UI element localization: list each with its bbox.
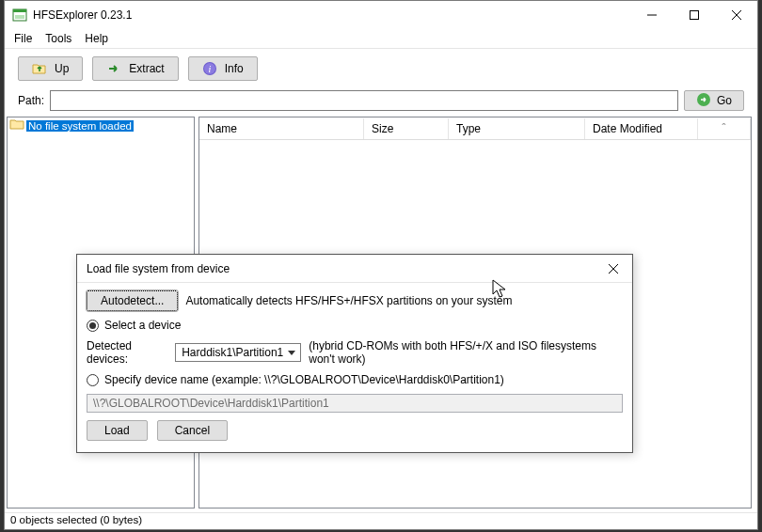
close-button[interactable] bbox=[715, 1, 757, 29]
detected-devices-note: (hybrid CD-ROMs with both HFS/+/X and IS… bbox=[309, 339, 623, 366]
app-icon bbox=[12, 8, 27, 23]
specify-device-label: Specify device name (example: \\?\GLOBAL… bbox=[104, 373, 504, 386]
statusbar: 0 objects selected (0 bytes) bbox=[5, 512, 757, 529]
go-label: Go bbox=[717, 94, 732, 107]
extract-icon bbox=[106, 61, 121, 76]
detected-devices-value: Harddisk1\Partition1 bbox=[182, 346, 283, 359]
svg-rect-4 bbox=[690, 11, 698, 20]
autodetect-help: Automatically detects HFS/HFS+/HFSX part… bbox=[185, 294, 512, 307]
maximize-button[interactable] bbox=[673, 1, 715, 29]
detected-devices-select[interactable]: Harddisk1\Partition1 bbox=[175, 343, 301, 362]
info-label: Info bbox=[225, 62, 244, 75]
tree-root-label: No file system loaded bbox=[26, 120, 134, 132]
window-title: HFSExplorer 0.23.1 bbox=[33, 8, 132, 22]
load-button[interactable]: Load bbox=[87, 420, 148, 441]
load-label: Load bbox=[104, 424, 130, 437]
cancel-label: Cancel bbox=[175, 424, 210, 437]
cancel-button[interactable]: Cancel bbox=[157, 420, 228, 441]
menubar: File Tools Help bbox=[5, 29, 757, 49]
radio-icon-unchecked bbox=[87, 374, 99, 386]
tree-root-item[interactable]: No file system loaded bbox=[8, 117, 194, 133]
svg-rect-1 bbox=[13, 9, 26, 12]
toolbar: Up Extract i Info Path: bbox=[5, 49, 757, 117]
col-date[interactable]: Date Modified bbox=[585, 118, 698, 139]
col-sort[interactable]: ˆ bbox=[698, 118, 751, 139]
go-button[interactable]: Go bbox=[684, 90, 744, 111]
svg-rect-2 bbox=[15, 15, 24, 19]
path-input[interactable] bbox=[50, 90, 678, 111]
device-name-input bbox=[87, 394, 623, 413]
extract-button[interactable]: Extract bbox=[92, 56, 178, 81]
go-icon bbox=[696, 92, 711, 110]
list-header: Name Size Type Date Modified ˆ bbox=[199, 117, 751, 140]
detected-devices-label: Detected devices: bbox=[87, 339, 167, 366]
info-button[interactable]: i Info bbox=[188, 56, 258, 81]
radio-icon-checked bbox=[87, 320, 99, 332]
info-icon: i bbox=[202, 61, 217, 76]
select-device-radio[interactable]: Select a device bbox=[87, 319, 623, 332]
svg-text:i: i bbox=[208, 64, 211, 74]
select-device-label: Select a device bbox=[104, 319, 181, 332]
dialog-titlebar: Load file system from device bbox=[77, 255, 632, 283]
menu-file[interactable]: File bbox=[8, 30, 38, 47]
load-device-dialog: Load file system from device Autodetect.… bbox=[76, 254, 633, 453]
titlebar: HFSExplorer 0.23.1 bbox=[5, 1, 757, 29]
menu-help[interactable]: Help bbox=[79, 30, 114, 47]
col-size[interactable]: Size bbox=[364, 118, 449, 139]
minimize-button[interactable] bbox=[630, 1, 673, 29]
dialog-title: Load file system from device bbox=[87, 262, 230, 275]
autodetect-label: Autodetect... bbox=[101, 294, 164, 307]
up-button[interactable]: Up bbox=[18, 56, 83, 81]
folder-up-icon bbox=[32, 61, 47, 76]
menu-tools[interactable]: Tools bbox=[40, 30, 77, 47]
extract-label: Extract bbox=[129, 62, 164, 75]
path-label: Path: bbox=[18, 94, 44, 107]
specify-device-radio[interactable]: Specify device name (example: \\?\GLOBAL… bbox=[87, 373, 623, 386]
autodetect-button[interactable]: Autodetect... bbox=[87, 290, 178, 311]
col-name[interactable]: Name bbox=[199, 118, 364, 139]
col-type[interactable]: Type bbox=[449, 118, 585, 139]
up-label: Up bbox=[55, 62, 69, 75]
dialog-close-button[interactable] bbox=[595, 256, 632, 282]
folder-icon bbox=[9, 117, 24, 133]
